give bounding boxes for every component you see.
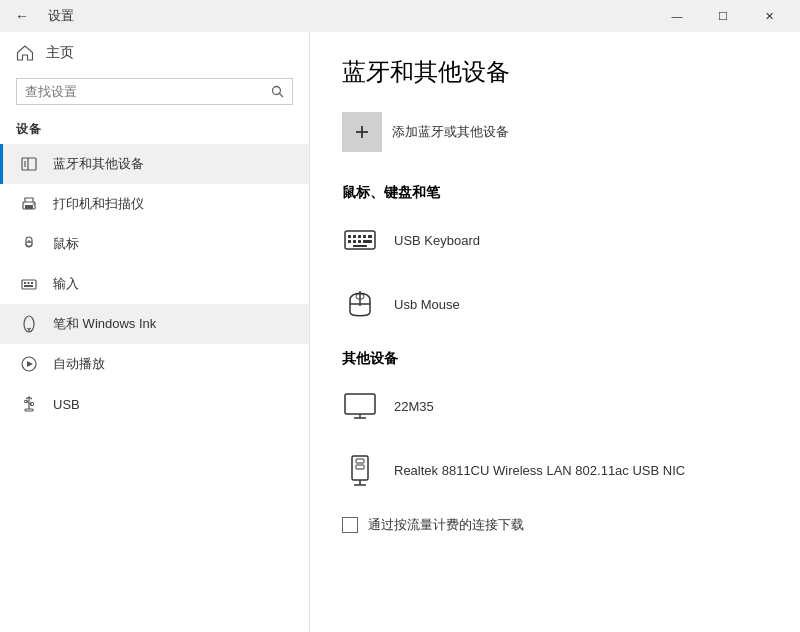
svg-rect-14 [31, 282, 33, 284]
svg-rect-21 [25, 409, 33, 411]
mouse-icon [19, 234, 39, 254]
svg-rect-37 [363, 240, 372, 243]
device-item-network[interactable]: Realtek 8811CU Wireless LAN 802.11ac USB… [342, 448, 768, 492]
svg-rect-34 [348, 240, 351, 243]
svg-rect-32 [363, 235, 366, 238]
sidebar-section-label: 设备 [0, 117, 309, 144]
sidebar-item-label-input: 输入 [53, 275, 79, 293]
title-bar: ← 设置 — ☐ ✕ [0, 0, 800, 32]
svg-rect-36 [358, 240, 361, 243]
sidebar-item-bluetooth[interactable]: 蓝牙和其他设备 [0, 144, 309, 184]
bluetooth-icon [19, 154, 39, 174]
svg-line-1 [280, 94, 284, 98]
search-icon [271, 85, 284, 98]
svg-rect-46 [356, 459, 364, 463]
sidebar-item-label-autoplay: 自动播放 [53, 355, 105, 373]
keyboard-device-icon [342, 222, 378, 258]
usb-icon [19, 394, 39, 414]
keyboard-icon [19, 274, 39, 294]
svg-marker-19 [27, 361, 33, 367]
sidebar-item-pen[interactable]: 笔和 Windows Ink [0, 304, 309, 344]
svg-rect-33 [368, 235, 372, 238]
sidebar-item-label-pen: 笔和 Windows Ink [53, 315, 156, 333]
back-button[interactable]: ← [8, 2, 36, 30]
svg-rect-29 [348, 235, 351, 238]
main-container: 主页 设备 蓝牙和其他设备 [0, 32, 800, 632]
metered-connection-checkbox[interactable] [342, 517, 358, 533]
svg-rect-31 [358, 235, 361, 238]
window-controls: — ☐ ✕ [654, 0, 792, 32]
pen-icon [19, 314, 39, 334]
svg-rect-45 [352, 456, 368, 480]
sidebar-item-mouse[interactable]: 鼠标 [0, 224, 309, 264]
device-item-monitor[interactable]: 22M35 [342, 384, 768, 428]
minimize-button[interactable]: — [654, 0, 700, 32]
svg-rect-6 [25, 205, 33, 209]
add-device-button[interactable]: 添加蓝牙或其他设备 [342, 112, 768, 152]
window-title: 设置 [48, 7, 74, 25]
mouse-keyboard-section-heading: 鼠标、键盘和笔 [342, 184, 768, 202]
svg-rect-12 [24, 282, 26, 284]
svg-rect-38 [353, 245, 367, 247]
svg-rect-42 [345, 394, 375, 414]
metered-connection-row[interactable]: 通过按流量计费的连接下载 [342, 516, 768, 534]
metered-connection-label: 通过按流量计费的连接下载 [368, 516, 524, 534]
add-icon [342, 112, 382, 152]
keyboard-device-name: USB Keyboard [394, 233, 480, 248]
svg-rect-15 [24, 285, 33, 287]
svg-rect-2 [22, 158, 36, 170]
sidebar-item-label-mouse: 鼠标 [53, 235, 79, 253]
mouse-device-icon [342, 286, 378, 322]
sidebar-item-label-printer: 打印机和扫描仪 [53, 195, 144, 213]
sidebar-item-label-usb: USB [53, 397, 80, 412]
svg-rect-47 [356, 465, 364, 469]
device-item-keyboard[interactable]: USB Keyboard [342, 218, 768, 262]
sidebar-item-printer[interactable]: 打印机和扫描仪 [0, 184, 309, 224]
mouse-device-name: Usb Mouse [394, 297, 460, 312]
maximize-button[interactable]: ☐ [700, 0, 746, 32]
sidebar-item-autoplay[interactable]: 自动播放 [0, 344, 309, 384]
svg-rect-11 [22, 280, 36, 289]
search-input[interactable] [25, 84, 265, 99]
other-devices-section-heading: 其他设备 [342, 350, 768, 368]
sidebar-item-usb[interactable]: USB [0, 384, 309, 424]
monitor-device-name: 22M35 [394, 399, 434, 414]
page-title: 蓝牙和其他设备 [342, 56, 768, 88]
svg-point-0 [273, 87, 281, 95]
device-item-mouse[interactable]: Usb Mouse [342, 282, 768, 326]
network-device-icon [342, 452, 378, 488]
search-box[interactable] [16, 78, 293, 105]
other-devices-section: 其他设备 22M35 [342, 350, 768, 492]
sidebar-item-label-bluetooth: 蓝牙和其他设备 [53, 155, 144, 173]
sidebar: 主页 设备 蓝牙和其他设备 [0, 32, 310, 632]
mouse-keyboard-section: 鼠标、键盘和笔 [342, 184, 768, 326]
monitor-device-icon [342, 388, 378, 424]
content-area: 蓝牙和其他设备 添加蓝牙或其他设备 鼠标、键盘和笔 [310, 32, 800, 632]
svg-rect-35 [353, 240, 356, 243]
svg-point-7 [33, 203, 35, 205]
add-device-label: 添加蓝牙或其他设备 [392, 123, 509, 141]
network-device-name: Realtek 8811CU Wireless LAN 802.11ac USB… [394, 463, 685, 478]
home-icon [16, 44, 34, 62]
autoplay-icon [19, 354, 39, 374]
close-button[interactable]: ✕ [746, 0, 792, 32]
title-bar-controls: ← 设置 [8, 2, 74, 30]
svg-rect-30 [353, 235, 356, 238]
sidebar-item-input[interactable]: 输入 [0, 264, 309, 304]
sidebar-home[interactable]: 主页 [0, 32, 309, 74]
printer-icon [19, 194, 39, 214]
home-label: 主页 [46, 44, 74, 62]
svg-rect-13 [28, 282, 30, 284]
